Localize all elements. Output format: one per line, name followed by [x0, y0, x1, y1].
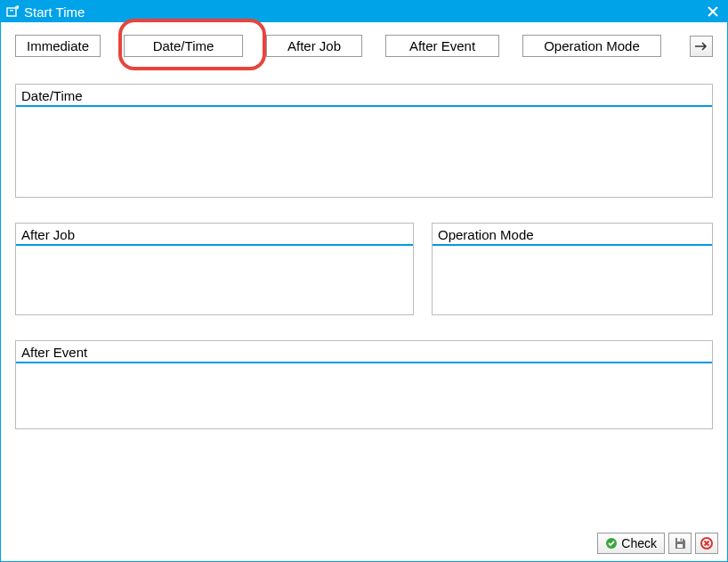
panel-afterevent-title: After Event: [16, 341, 712, 363]
svg-rect-1: [10, 10, 13, 11]
footer-bar: Check: [597, 533, 718, 554]
check-button-label: Check: [621, 536, 657, 550]
close-button[interactable]: [704, 3, 722, 20]
cancel-button[interactable]: [695, 533, 718, 554]
panel-afterevent-body: [16, 363, 712, 428]
close-icon: [708, 6, 718, 17]
panel-afterevent: After Event: [15, 340, 713, 429]
content-area: Immediate Date/Time After Job After Even…: [1, 22, 727, 561]
tab-immediate[interactable]: Immediate: [15, 35, 101, 57]
arrow-right-icon: [695, 42, 708, 51]
svg-rect-0: [7, 8, 16, 16]
panel-datetime-body: [16, 107, 712, 197]
tab-afterjob[interactable]: After Job: [266, 35, 362, 57]
share-icon: [6, 5, 19, 18]
tab-afterevent[interactable]: After Event: [385, 35, 499, 57]
svg-rect-4: [677, 544, 683, 548]
save-icon: [674, 537, 686, 550]
next-arrow-button[interactable]: [690, 36, 713, 57]
tab-datetime[interactable]: Date/Time: [124, 35, 243, 57]
titlebar: Start Time: [1, 1, 727, 22]
row-datetime: Date/Time: [15, 84, 713, 198]
save-button[interactable]: [668, 533, 692, 554]
check-button[interactable]: Check: [597, 533, 665, 554]
panel-opmode-title: Operation Mode: [433, 224, 712, 246]
panel-datetime: Date/Time: [15, 84, 713, 198]
tab-opmode[interactable]: Operation Mode: [522, 35, 661, 57]
panel-afterjob-body: [16, 246, 413, 314]
panel-opmode-body: [433, 246, 712, 314]
svg-rect-3: [677, 538, 683, 542]
svg-rect-5: [681, 539, 683, 542]
panel-opmode: Operation Mode: [432, 223, 713, 315]
start-time-window: Start Time Immediate Date/Time After Job…: [0, 0, 728, 562]
row-afterevent: After Event: [15, 340, 713, 429]
panel-afterjob-title: After Job: [16, 224, 413, 246]
check-circle-icon: [605, 537, 618, 550]
panel-datetime-title: Date/Time: [16, 85, 712, 107]
panel-afterjob: After Job: [15, 223, 414, 315]
tab-row: Immediate Date/Time After Job After Even…: [15, 35, 713, 57]
cancel-icon: [700, 537, 713, 550]
row-afterjob-opmode: After Job Operation Mode: [15, 223, 713, 315]
window-title: Start Time: [24, 4, 704, 20]
